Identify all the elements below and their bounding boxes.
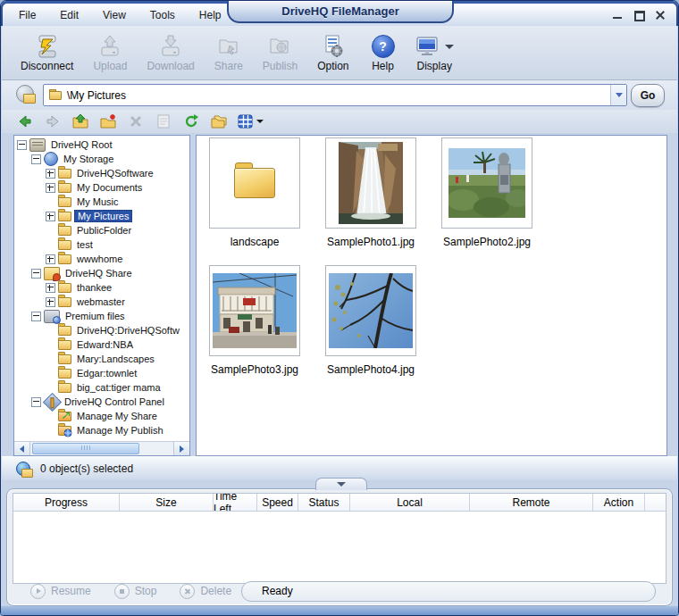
view-mode-button[interactable] [238,114,264,129]
expand-toggle[interactable] [46,212,55,221]
up-folder-icon[interactable] [71,112,89,130]
photo-thumbnail[interactable] [325,265,416,356]
column-progress[interactable]: Progress [13,494,120,511]
collapse-toggle[interactable] [17,140,27,150]
expand-toggle[interactable] [46,254,55,264]
folder-icon [58,183,71,193]
forward-icon[interactable] [44,112,62,130]
column-speed[interactable]: Speed [257,494,298,511]
photo-thumbnail[interactable] [325,137,416,229]
tree-item-drivehq-control-panel[interactable]: DriveHQ Control Panel [14,395,189,409]
tree-item-my-storage[interactable]: My Storage [14,152,189,166]
tree-item-big-cat-tiger-mama[interactable]: big_cat:tiger mama [14,380,189,395]
refresh-icon[interactable] [182,112,200,130]
minimize-icon[interactable] [612,10,623,21]
title-bar: File Edit View Tools Help DriveHQ FileMa… [1,1,678,26]
tree-item-edgar-townlet[interactable]: Edgar:townlet [14,366,189,380]
menu-file[interactable]: File [19,9,36,21]
tree-item-test[interactable]: test [14,237,189,252]
file-item-samplephoto1[interactable]: SamplePhoto1.jpg [313,137,429,261]
photo-thumbnail[interactable] [209,265,300,356]
menu-edit[interactable]: Edit [60,9,79,21]
expand-toggle[interactable] [46,169,55,179]
scroll-right-icon[interactable] [173,442,189,455]
tree-item-premium-files[interactable]: Premium files [14,309,189,323]
folder-icon [58,283,71,293]
menu-tools[interactable]: Tools [150,9,175,21]
publish-button[interactable]: Publish [253,29,307,77]
tree-item-my-documents[interactable]: My Documents [14,180,189,195]
new-folder-icon[interactable] [99,112,117,130]
column-action[interactable]: Action [593,494,645,511]
tree-item-drivehq-drivehqsoftware[interactable]: DriveHQ:DriveHQSoftw [14,323,189,337]
transfer-panel-collapse-handle[interactable] [315,478,367,490]
tree-item-my-music[interactable]: My Music [14,195,189,209]
view-dropdown-icon[interactable] [256,120,264,123]
tree-item-drivehqsoftware[interactable]: DriveHQSoftware [14,166,189,180]
scroll-left-icon[interactable] [14,442,30,455]
disconnect-button[interactable]: Disconnect [11,29,83,77]
back-icon[interactable] [16,112,34,130]
folder-tree-panel: DriveHQ Root My Storage DriveHQSoftware … [13,135,190,456]
collapse-toggle[interactable] [31,397,41,407]
option-button[interactable]: Option [307,29,358,77]
main-toolbar: Disconnect Upload Download [2,26,677,80]
selection-text: 0 object(s) selected [40,462,133,475]
expand-toggle[interactable] [46,283,55,293]
tree-item-manage-my-publish[interactable]: Manage My Publish [14,423,189,437]
chevron-down-icon [337,482,346,487]
file-item-samplephoto3[interactable]: SamplePhoto3.jpg [197,265,313,388]
tree-item-drivehq-root[interactable]: DriveHQ Root [14,137,189,152]
expand-toggle[interactable] [46,297,55,307]
expand-toggle[interactable] [46,183,55,193]
scrollbar-thumb[interactable] [32,443,139,454]
delete-button[interactable]: Delete [180,584,231,599]
photo-thumbnail[interactable] [441,137,532,229]
tree-item-edward-nba[interactable]: Edward:NBA [14,337,189,352]
tree-item-mary-landscapes[interactable]: Mary:Landscapes [14,352,189,366]
path-combobox[interactable]: \My Pictures [43,84,627,106]
menu-help[interactable]: Help [199,9,222,21]
menu-view[interactable]: View [103,9,126,21]
column-local[interactable]: Local [350,494,470,511]
file-item-landscape[interactable]: landscape [197,137,313,261]
display-dropdown-icon[interactable] [445,45,454,49]
collapse-toggle[interactable] [31,269,41,279]
share-button[interactable]: Share [205,29,253,77]
file-item-samplephoto4[interactable]: SamplePhoto4.jpg [313,265,429,388]
display-button[interactable]: Display [407,29,462,77]
column-time-left[interactable]: Time Left [214,494,257,511]
folder-thumbnail[interactable] [209,137,300,229]
tree-item-drivehq-share[interactable]: DriveHQ Share [14,266,189,280]
tree-item-wwwhome[interactable]: wwwhome [14,252,189,266]
resume-button[interactable]: Resume [30,584,91,599]
paste-icon[interactable] [155,112,172,130]
stop-button[interactable]: Stop [114,584,157,599]
close-icon[interactable] [655,10,666,21]
folder-icon [58,369,71,379]
collapse-toggle[interactable] [31,154,41,164]
help-button[interactable]: ? Help [359,29,407,77]
tree-item-webmaster[interactable]: webmaster [14,295,189,309]
column-status[interactable]: Status [298,494,350,511]
tree-item-my-pictures[interactable]: My Pictures [14,209,189,223]
combo-dropdown-icon[interactable] [610,85,626,105]
tree-item-publicfolder[interactable]: PublicFolder [14,223,189,237]
path-value: \My Pictures [67,89,610,102]
column-size[interactable]: Size [120,494,214,511]
download-icon [156,33,185,60]
copy-folder-icon[interactable] [210,112,228,130]
delete-icon[interactable] [127,112,145,130]
go-button[interactable]: Go [631,84,665,107]
collapse-toggle[interactable] [31,312,41,321]
file-item-samplephoto2[interactable]: SamplePhoto2.jpg [429,137,545,261]
column-remote[interactable]: Remote [470,494,593,511]
tree-item-thankee[interactable]: thankee [14,280,189,295]
transfer-state: Ready [241,581,656,602]
download-button[interactable]: Download [137,29,204,77]
address-bar: \My Pictures Go [2,80,677,110]
tree-item-manage-my-share[interactable]: Manage My Share [14,409,189,423]
tree-horizontal-scrollbar[interactable] [14,441,189,455]
upload-button[interactable]: Upload [83,29,137,77]
maximize-icon[interactable] [633,10,644,21]
